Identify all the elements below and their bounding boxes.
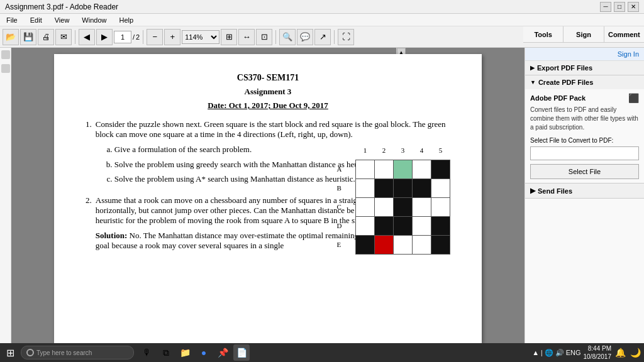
close-button[interactable]: ✕ [628, 2, 639, 12]
sign-in-link[interactable]: Sign In [525, 48, 644, 61]
adobe-icon: ⬛ [628, 93, 639, 103]
cell-b5 [431, 178, 450, 197]
send-files-section: ▶ Send Files [525, 184, 644, 199]
left-icon-bookmark[interactable] [1, 64, 10, 73]
clock[interactable]: 8:44 PM 10/8/2017 [584, 344, 612, 361]
cell-b3 [394, 178, 413, 197]
taskbar-cortana-icon[interactable]: 🎙 [139, 344, 155, 361]
toolbar-back[interactable]: ◀ [79, 29, 95, 45]
send-files-header[interactable]: ▶ Send Files [525, 184, 644, 198]
menu-view[interactable]: View [51, 15, 74, 25]
time: 8:44 PM [584, 344, 612, 353]
cell-c4 [413, 197, 431, 216]
puzzle-grid: 1 2 3 4 5 A [337, 141, 451, 255]
fit-width[interactable]: ↔ [238, 29, 255, 45]
window-title: Assignment 3.pdf - Adobe Reader [5, 3, 118, 11]
notification-button[interactable]: 🔔 [614, 346, 626, 359]
sign-button[interactable]: Sign [564, 26, 604, 42]
toolbar-open[interactable]: 📂 [3, 29, 19, 45]
taskbar-icons: 🎙 ⧉ 📁 ● 📌 📄 [139, 344, 250, 361]
cell-d1 [356, 216, 375, 235]
create-pdf-header[interactable]: ▼ Create PDF Files [525, 75, 644, 89]
send-arrow-icon: ▶ [530, 187, 535, 195]
page-input[interactable] [114, 31, 131, 43]
pdf-date: Date: Oct 1, 2017; Due Oct 9, 2017 [86, 101, 450, 111]
zoom-out[interactable]: − [147, 29, 163, 45]
moon-button[interactable]: 🌙 [629, 346, 641, 359]
adobe-pack-header: Adobe PDF Pack ⬛ [530, 93, 639, 103]
date: 10/8/2017 [584, 353, 612, 361]
cell-e5 [431, 235, 450, 254]
right-sidebar: Sign In ▶ Export PDF Files ▼ Create PDF … [525, 48, 644, 343]
page-total: 2 [136, 33, 140, 41]
menu-file[interactable]: File [3, 15, 21, 25]
taskbar-task-view[interactable]: ⧉ [158, 344, 174, 361]
cell-a2 [375, 160, 394, 178]
toolbar-email[interactable]: ✉ [55, 29, 72, 45]
tools-button[interactable]: Tools [523, 26, 564, 42]
tray-divider: | [541, 349, 543, 356]
tools-row: Tools Sign Comment [523, 26, 644, 43]
grid-row-e: E [337, 235, 450, 254]
minimize-button[interactable]: ─ [600, 2, 611, 12]
cell-c5 [431, 197, 450, 216]
cell-b4 [413, 178, 431, 197]
find-text[interactable]: 🔍 [279, 29, 296, 45]
zoom-in[interactable]: + [164, 29, 180, 45]
taskbar-adobe[interactable]: 📄 [233, 344, 250, 361]
toolbar-print[interactable]: 🖨 [38, 29, 54, 45]
cell-d5 [431, 216, 450, 235]
cell-c1 [356, 197, 375, 216]
cell-d2 [375, 216, 394, 235]
cell-a1 [356, 160, 375, 178]
cell-e3 [394, 235, 413, 254]
tray-arrow[interactable]: ▲ [532, 349, 539, 356]
maximize-button[interactable]: □ [614, 2, 625, 12]
start-button[interactable]: ⊞ [3, 346, 18, 360]
toolbar-expand[interactable]: ⛶ [338, 29, 354, 45]
problem1-number: 1. [86, 119, 92, 188]
problem2-number: 2. [86, 195, 92, 251]
select-file-button[interactable]: Select File [530, 164, 639, 179]
cell-e4 [413, 235, 431, 254]
page-separator: / [133, 33, 135, 41]
toolbar-comment[interactable]: 💬 [297, 29, 313, 45]
pdf-subtitle: Assignment 3 [86, 87, 450, 97]
left-icon-nav[interactable] [1, 50, 10, 59]
menu-window[interactable]: Window [78, 15, 110, 25]
cell-a3 [394, 160, 413, 178]
select-file-input[interactable] [530, 146, 639, 160]
toolbar-save[interactable]: 💾 [20, 29, 36, 45]
zoom-select[interactable]: 114% 100% 75% 150% [182, 30, 219, 44]
cell-e1 [356, 235, 375, 254]
comment-button[interactable]: Comment [604, 26, 644, 42]
search-box[interactable]: Type here to search [21, 346, 134, 359]
grid-row-c: C [337, 197, 450, 216]
left-panel [0, 48, 11, 343]
fit-page[interactable]: ⊞ [221, 29, 237, 45]
grid-row-d: D [337, 216, 450, 235]
taskbar-pin[interactable]: 📌 [214, 344, 231, 361]
taskbar-explorer[interactable]: 📁 [177, 344, 193, 361]
menu-bar: File Edit View Window Help [0, 14, 644, 26]
menu-edit[interactable]: Edit [26, 15, 46, 25]
network-icon[interactable]: 🌐 [545, 349, 553, 357]
problem1-intro: Consider the puzzle shown next. Green sq… [96, 119, 446, 139]
menu-help[interactable]: Help [115, 15, 137, 25]
puzzle-grid-container: 1 2 3 4 5 A [337, 141, 451, 255]
adobe-description: Convert files to PDF and easily combine … [530, 106, 639, 132]
taskbar-chrome[interactable]: ● [196, 344, 212, 361]
volume-icon[interactable]: 🔊 [555, 349, 564, 357]
cell-b1 [356, 178, 375, 197]
cell-a4 [413, 160, 431, 178]
export-pdf-header[interactable]: ▶ Export PDF Files [525, 61, 644, 75]
taskbar: ⊞ Type here to search 🎙 ⧉ 📁 ● 📌 📄 ▲ | 🌐 … [0, 343, 644, 362]
toolbar-share[interactable]: ↗ [314, 29, 331, 45]
create-pdf-label: Create PDF Files [538, 79, 593, 86]
windows-icon: ⊞ [6, 347, 14, 359]
taskbar-right: ▲ | 🌐 🔊 ENG 8:44 PM 10/8/2017 🔔 🌙 [532, 344, 641, 361]
cell-a5 [431, 160, 450, 178]
toolbar-forward[interactable]: ▶ [96, 29, 113, 45]
actual-size[interactable]: ⊡ [256, 29, 272, 45]
create-pdf-section: ▼ Create PDF Files Adobe PDF Pack ⬛ Conv… [525, 75, 644, 184]
